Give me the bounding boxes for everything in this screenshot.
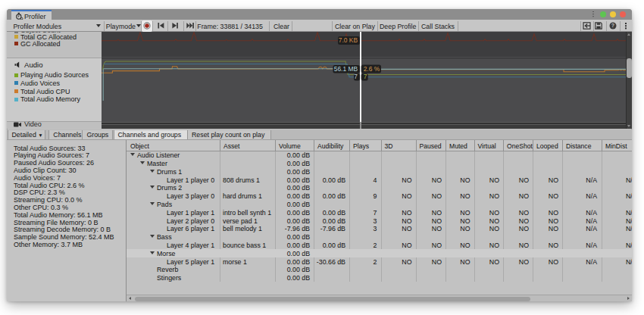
- svg-text:?: ?: [611, 23, 614, 28]
- svg-text:56.1 MB: 56.1 MB: [334, 65, 358, 73]
- svg-text:7: 7: [364, 73, 367, 80]
- svg-text:2.6 %: 2.6 %: [364, 65, 380, 73]
- svg-text:7.0 KB: 7.0 KB: [339, 36, 358, 44]
- svg-text:7: 7: [354, 73, 358, 80]
